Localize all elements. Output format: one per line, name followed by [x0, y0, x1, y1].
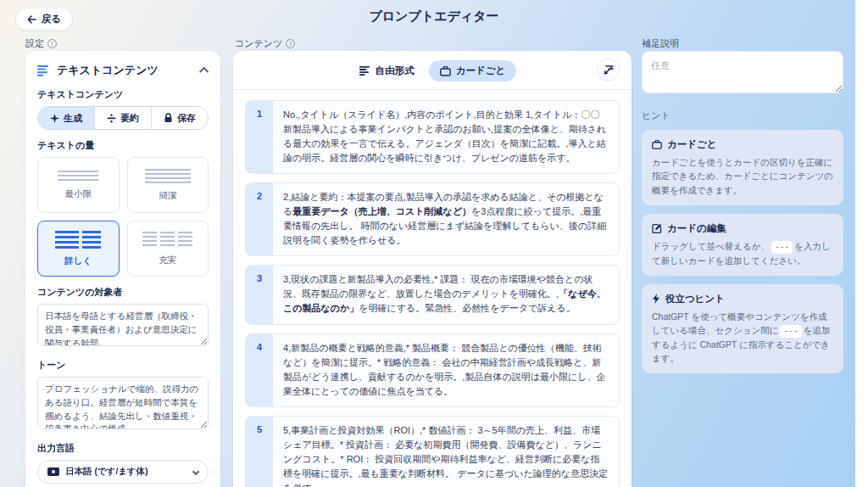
lightning-icon — [652, 294, 660, 304]
divider-token-chip: --- — [771, 241, 793, 254]
card-list: 1No.,タイトル（スライド名）,内容のポイント,目的と効果 1,タイトル：〇〇… — [233, 90, 632, 487]
card-icon — [652, 140, 662, 149]
hint-title: カードの編集 — [667, 222, 726, 235]
edit-icon — [652, 223, 662, 233]
amount-option-minimal[interactable]: 最小限 — [37, 157, 120, 213]
content-mode-toggle: 自由形式 カードごと — [348, 60, 517, 81]
sparkle-icon — [50, 114, 59, 123]
content-panel-label: コンテンツ — [235, 37, 295, 50]
text-content-section-header[interactable]: テキストコンテンツ — [37, 63, 209, 78]
content-card[interactable]: 1No.,タイトル（スライド名）,内容のポイント,目的と効果 1,タイトル：〇〇… — [245, 100, 620, 174]
hint-title: 役立つヒント — [665, 293, 725, 305]
card-number: 2 — [246, 183, 273, 255]
page-title: プロンプトエディター — [0, 8, 868, 25]
rich-glyph — [142, 232, 192, 248]
side-panel: ヒント カードごと カードごとを使うとカードの区切りを正確に指定できるため、カー… — [642, 51, 843, 382]
tab-summarize[interactable]: 要約 — [95, 107, 152, 129]
tab-generate[interactable]: 生成 — [38, 107, 95, 129]
hint-card-edit-cards: カードの編集 ドラッグして並べ替えるか、---を入力して新しいカードを追加してく… — [642, 214, 843, 276]
tab-save[interactable]: 保存 — [152, 107, 208, 129]
align-left-icon — [359, 66, 370, 76]
concise-glyph — [145, 169, 191, 183]
page-edge-strip — [855, 0, 868, 487]
amount-option-rich[interactable]: 充実 — [127, 221, 209, 277]
mode-per-card[interactable]: カードごと — [429, 60, 517, 81]
chevron-down-icon — [192, 468, 199, 475]
section-title: テキストコンテンツ — [57, 63, 159, 78]
condense-icon — [603, 64, 614, 76]
amount-option-detailed[interactable]: 詳しく — [37, 221, 120, 277]
hints-label: ヒント — [642, 109, 843, 122]
card-number: 3 — [246, 266, 273, 323]
audience-label: コンテンツの対象者 — [37, 286, 209, 299]
content-card[interactable]: 55,事業計画と投資対効果（ROI）,* 数値計画： 3～5年間の売上、利益、市… — [245, 416, 620, 487]
info-icon[interactable] — [47, 39, 57, 48]
divider-token-chip: --- — [780, 325, 801, 338]
hint-card-useful-tip: 役立つヒント ChatGPT を使って概要やコンテンツを作成している場合、セクシ… — [642, 284, 843, 374]
content-card[interactable]: 33,現状の課題と新製品導入の必要性,* 課題： 現在の市場環境や競合との状況、… — [245, 265, 620, 324]
mode-free-form[interactable]: 自由形式 — [348, 60, 426, 81]
amount-label: テキストの量 — [37, 139, 209, 152]
note-panel-label: 補足説明 — [642, 37, 679, 50]
minimal-glyph — [58, 171, 98, 182]
tone-textarea[interactable] — [37, 377, 209, 429]
settings-panel: テキストコンテンツ テキストコンテンツ 生成 要約 保存 テキストの量 最小限 — [25, 51, 220, 487]
content-card[interactable]: 22,結論と要約：本提案の要点,製品導入の承認を求める結論と、その根拠となる最重… — [245, 182, 620, 256]
info-icon[interactable] — [286, 39, 295, 48]
card-text[interactable]: 2,結論と要約：本提案の要点,製品導入の承認を求める結論と、その根拠となる最重要… — [273, 183, 619, 255]
hint-card-per-card: カードごと カードごとを使うとカードの区切りを正確に指定できるため、カードごとに… — [642, 130, 843, 205]
lock-icon — [164, 113, 173, 123]
tone-label: トーン — [37, 359, 209, 372]
hint-body: カードごとを使うとカードの区切りを正確に指定できるため、カードごとにコンテンツの… — [652, 155, 833, 197]
text-mode-segmented-control: 生成 要約 保存 — [37, 106, 209, 130]
supplementary-note-textarea[interactable] — [642, 51, 843, 93]
detailed-glyph — [55, 231, 101, 249]
hint-body: ChatGPT を使って概要やコンテンツを作成している場合、セクション間に---… — [652, 310, 833, 366]
condense-text-button[interactable] — [597, 59, 620, 81]
settings-panel-label: 設定 — [25, 37, 57, 50]
amount-options: 最小限 簡潔 詳しく 充実 — [37, 157, 209, 277]
hint-body: ドラッグして並べ替えるか、---を入力して新しいカードを追加してください。 — [652, 239, 833, 267]
field-label: テキストコンテンツ — [37, 88, 209, 101]
text-lines-icon — [37, 65, 50, 76]
content-card[interactable]: 44,新製品の概要と戦略的意義,* 製品概要： 競合製品との優位性（機能、技術な… — [245, 333, 620, 407]
content-panel: 自由形式 カードごと 1No.,タイトル（スライド名）,内容のポイント,目的と効… — [233, 51, 632, 487]
divide-icon — [107, 114, 116, 123]
chevron-up-icon[interactable] — [199, 67, 209, 76]
hint-title: カードごと — [667, 138, 717, 151]
amount-option-concise[interactable]: 簡潔 — [127, 157, 209, 213]
language-select[interactable]: 日本語 (です/ます体) — [37, 460, 209, 484]
card-number: 5 — [246, 417, 273, 487]
language-flag-icon — [47, 467, 59, 476]
card-number: 1 — [246, 101, 273, 173]
card-icon — [440, 66, 451, 76]
card-text[interactable]: No.,タイトル（スライド名）,内容のポイント,目的と効果 1,タイトル：〇〇新… — [273, 101, 619, 173]
language-label: 出力言語 — [37, 442, 209, 455]
card-number: 4 — [246, 334, 273, 406]
card-text[interactable]: 5,事業計画と投資対効果（ROI）,* 数値計画： 3～5年間の売上、利益、市場… — [273, 417, 619, 487]
card-text[interactable]: 4,新製品の概要と戦略的意義,* 製品概要： 競合製品との優位性（機能、技術など… — [273, 334, 619, 406]
audience-textarea[interactable] — [37, 304, 209, 346]
card-text[interactable]: 3,現状の課題と新製品導入の必要性,* 課題： 現在の市場環境や競合との状況、既… — [273, 266, 619, 323]
